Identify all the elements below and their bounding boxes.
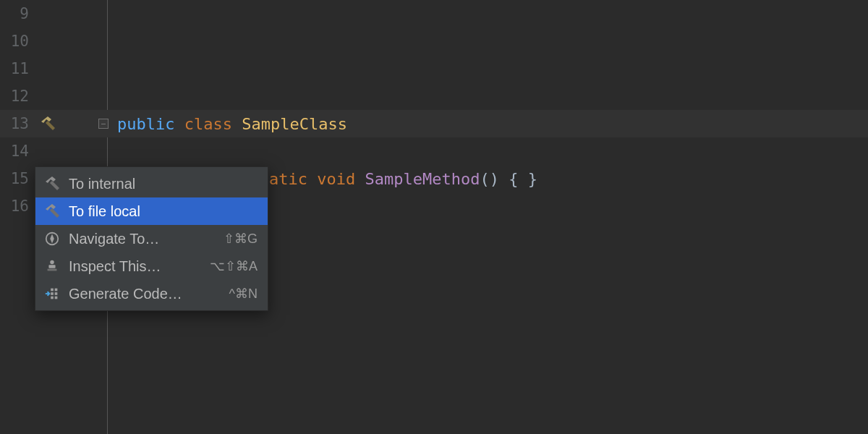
gutter-icon-area[interactable]: – — [35, 115, 107, 132]
method-name: SampleMethod — [365, 170, 480, 188]
editor-line[interactable]: 10 — [0, 27, 868, 55]
keyword-public: public — [117, 115, 174, 133]
menu-shortcut: ⇧⌘G — [224, 231, 258, 247]
menu-label: To file local — [69, 203, 258, 220]
menu-item-to-internal[interactable]: To internal — [35, 170, 268, 197]
menu-item-navigate-to[interactable]: Navigate To… ⇧⌘G — [35, 225, 268, 252]
svg-rect-2 — [48, 265, 55, 268]
editor-line[interactable]: 11 — [0, 55, 868, 82]
menu-shortcut: ^⌘N — [229, 286, 258, 302]
class-name: SampleClass — [242, 115, 347, 133]
menu-label: Inspect This… — [69, 258, 201, 275]
menu-label: Navigate To… — [69, 231, 215, 247]
editor-line[interactable]: 14 — [0, 137, 868, 165]
svg-rect-8 — [55, 292, 58, 295]
hammer-icon[interactable] — [39, 115, 56, 132]
svg-rect-7 — [55, 289, 58, 292]
svg-point-1 — [50, 260, 54, 265]
menu-item-to-file-local[interactable]: To file local — [35, 197, 268, 225]
line-number: 16 — [0, 197, 35, 215]
keyword-void: void — [317, 170, 355, 188]
line-number: 10 — [0, 33, 35, 50]
menu-item-generate-code[interactable]: Generate Code… ^⌘N — [35, 280, 268, 307]
line-number: 14 — [0, 142, 35, 160]
hammer-icon — [43, 202, 61, 221]
editor-line[interactable]: 12 — [0, 82, 868, 110]
generate-icon — [43, 284, 61, 303]
parens: () — [480, 170, 499, 188]
menu-shortcut: ⌥⇧⌘A — [210, 258, 258, 274]
keyword-class: class — [184, 115, 232, 133]
braces: { } — [509, 170, 537, 188]
editor-line[interactable]: 9 — [0, 0, 868, 27]
line-number: 12 — [0, 88, 35, 105]
line-number: 11 — [0, 60, 35, 77]
editor-line-current[interactable]: 13 – public class SampleClass — [0, 110, 868, 137]
inspect-icon — [43, 257, 61, 276]
keyword-static-partial: atic — [269, 170, 307, 188]
line-number: 9 — [0, 5, 35, 22]
menu-label: To internal — [69, 176, 258, 192]
compass-icon — [43, 229, 61, 248]
svg-rect-4 — [51, 289, 54, 292]
code-content-partial[interactable]: atic void SampleMethod() { } — [269, 170, 537, 188]
svg-rect-3 — [48, 269, 57, 271]
svg-rect-6 — [51, 297, 54, 299]
svg-rect-5 — [51, 292, 54, 295]
line-number: 15 — [0, 170, 35, 187]
line-number: 13 — [0, 115, 35, 132]
code-content[interactable]: public class SampleClass — [107, 115, 347, 133]
menu-label: Generate Code… — [69, 286, 221, 302]
svg-rect-9 — [55, 297, 58, 299]
code-editor[interactable]: 9 10 11 12 13 – public class SampleClass… — [0, 0, 868, 434]
fold-handle-icon[interactable]: – — [98, 119, 109, 129]
hammer-icon — [43, 174, 61, 193]
menu-item-inspect-this[interactable]: Inspect This… ⌥⇧⌘A — [35, 252, 268, 280]
intention-actions-menu[interactable]: To internal To file local Navigate To… ⇧… — [35, 166, 268, 311]
